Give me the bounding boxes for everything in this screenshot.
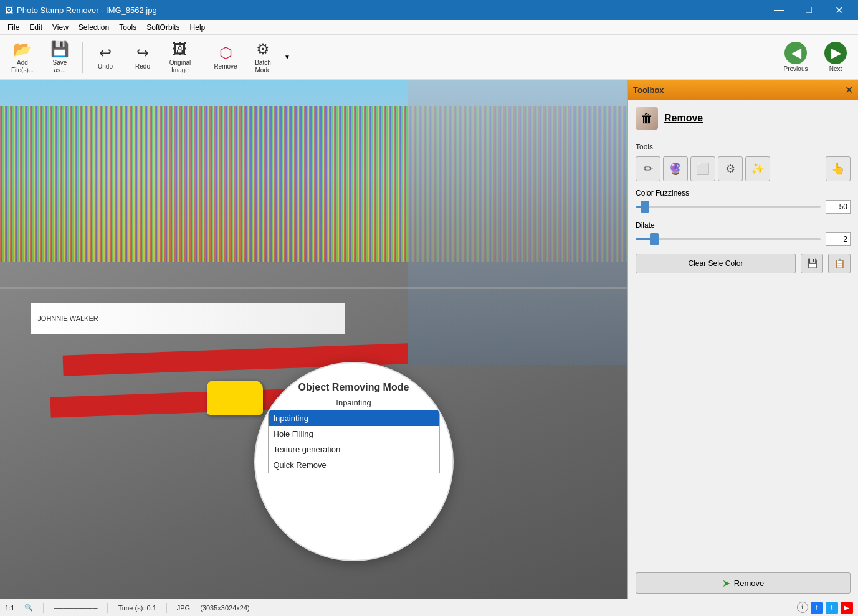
status-separator-3: [166, 603, 167, 613]
close-button[interactable]: ✕: [824, 0, 853, 20]
next-nav[interactable]: ▶ Next: [818, 42, 853, 72]
next-icon: ▶: [824, 42, 847, 64]
menu-file[interactable]: File: [2, 22, 24, 33]
remove-section-icon: 🗑: [636, 107, 658, 130]
dropdown-item-hole-filling[interactable]: Hole Filling: [269, 426, 439, 442]
rect-select-tool-button[interactable]: ⬜: [690, 156, 715, 181]
dilate-thumb[interactable]: [650, 233, 659, 245]
redo-label: Redo: [135, 63, 150, 70]
batch-mode-button[interactable]: ⚙ BatchMode: [245, 39, 280, 76]
color-fuzziness-track[interactable]: [636, 206, 821, 208]
menu-help[interactable]: Help: [185, 22, 211, 33]
facebook-icon[interactable]: f: [811, 602, 823, 614]
menu-selection[interactable]: Selection: [74, 22, 114, 33]
previous-icon: ◀: [784, 42, 807, 64]
color-fuzziness-row: Color Fuzziness 50: [636, 189, 851, 214]
info-icon[interactable]: ℹ: [797, 602, 808, 613]
redo-button[interactable]: ↪ Redo: [125, 39, 160, 76]
menu-tools[interactable]: Tools: [114, 22, 141, 33]
menu-softorbits[interactable]: SoftOrbits: [141, 22, 184, 33]
menu-edit[interactable]: Edit: [24, 22, 47, 33]
remove-section-header: 🗑 Remove: [636, 107, 851, 135]
file-format: JPG: [177, 604, 190, 612]
clear-sel-color-button[interactable]: Clear Sele Color: [636, 254, 796, 273]
zoom-circle-content: Object Removing Mode Inpainting Inpainti…: [255, 363, 452, 560]
titlebar-controls: — □ ✕: [765, 0, 853, 20]
status-separator-4: [260, 603, 260, 613]
dilate-track[interactable]: [636, 238, 821, 240]
copy-icon-button[interactable]: 📋: [828, 254, 851, 273]
main-area: JOHNNIE WALKER Object Removing Mode Inpa…: [0, 80, 858, 599]
magic-wand-tool-button[interactable]: 🔮: [663, 156, 688, 181]
remove-icon: ⬡: [219, 44, 232, 62]
save-icon-button[interactable]: 💾: [801, 254, 823, 273]
canvas-area[interactable]: JOHNNIE WALKER Object Removing Mode Inpa…: [0, 80, 627, 599]
object-removing-mode-title: Object Removing Mode: [268, 382, 440, 393]
menu-bar: File Edit View Selection Tools SoftOrbit…: [0, 20, 858, 35]
save-as-label: Saveas...: [53, 59, 67, 74]
remove-main-row: ➤ Remove: [628, 567, 858, 599]
youtube-icon[interactable]: ▶: [841, 602, 853, 614]
branding-banner: JOHNNIE WALKER: [31, 303, 345, 334]
color-fuzziness-label: Color Fuzziness: [636, 189, 851, 197]
toolbar-dropdown-arrow[interactable]: ▼: [284, 54, 290, 60]
remove-button[interactable]: ⬡ Remove: [208, 39, 243, 76]
titlebar-left: 🖼 Photo Stamp Remover - IMG_8562.jpg: [5, 6, 157, 15]
dilate-value[interactable]: 2: [826, 232, 851, 246]
add-files-button[interactable]: 📂 AddFile(s)...: [5, 39, 40, 76]
minimize-button[interactable]: —: [765, 0, 793, 20]
dropdown-item-inpainting[interactable]: Inpainting: [269, 410, 439, 426]
toolbox-close-button[interactable]: ✕: [845, 84, 853, 96]
remove-arrow-icon: ➤: [722, 577, 730, 589]
dilate-row: Dilate 2: [636, 221, 851, 246]
tools-row: ✏ 🔮 ⬜ ⚙ ✨ 👆: [636, 156, 851, 181]
toolbox-panel: Toolbox ✕ 🗑 Remove Tools ✏ 🔮 ⬜ ⚙ ✨ 👆 Col…: [627, 80, 858, 599]
dilate-label: Dilate: [636, 221, 851, 230]
grandstand-right: [408, 80, 627, 365]
original-image-button[interactable]: 🖼 OriginalImage: [163, 39, 198, 76]
time-label: Time (s): 0.1: [118, 604, 156, 612]
remove-section-title: Remove: [664, 113, 703, 124]
zoom-slider[interactable]: ─────────: [54, 604, 97, 612]
status-separator-2: [107, 603, 108, 613]
star-wand-tool-button[interactable]: ✨: [745, 156, 770, 181]
batch-mode-icon: ⚙: [256, 40, 270, 58]
maximize-button[interactable]: □: [794, 0, 823, 20]
dilate-slider-container: 2: [636, 232, 851, 246]
original-image-label: OriginalImage: [169, 59, 191, 74]
dropdown-overlay: Object Removing Mode Inpainting Inpainti…: [254, 362, 454, 561]
menu-view[interactable]: View: [47, 22, 74, 33]
previous-nav[interactable]: ◀ Previous: [778, 42, 813, 72]
remove-main-button[interactable]: ➤ Remove: [636, 572, 851, 594]
toolbox-header: Toolbox ✕: [628, 80, 858, 100]
zoom-ratio: 1:1: [5, 604, 14, 612]
dropdown-item-texture-generation[interactable]: Texture generation: [269, 442, 439, 457]
barrier-line: [0, 287, 627, 289]
stamp-tool-button[interactable]: 👆: [826, 156, 851, 181]
color-fuzziness-value[interactable]: 50: [826, 200, 851, 214]
twitter-icon[interactable]: t: [826, 602, 838, 614]
status-separator-1: [43, 603, 44, 613]
tools-section-label: Tools: [636, 143, 851, 151]
app-title: Photo Stamp Remover - IMG_8562.jpg: [17, 6, 157, 15]
social-icons-area: ℹ f t ▶: [797, 602, 853, 614]
lasso-tool-button[interactable]: ⚙: [718, 156, 743, 181]
color-fuzziness-slider-container: 50: [636, 200, 851, 214]
next-label: Next: [829, 65, 842, 72]
remove-main-label: Remove: [734, 579, 764, 588]
toolbar-separator-1: [82, 42, 83, 73]
previous-label: Previous: [784, 65, 808, 72]
navigation-area: ◀ Previous ▶ Next: [778, 42, 853, 72]
undo-label: Undo: [98, 63, 113, 70]
color-fuzziness-thumb[interactable]: [641, 201, 649, 213]
pencil-tool-button[interactable]: ✏: [636, 156, 660, 181]
save-as-button[interactable]: 💾 Saveas...: [42, 39, 77, 76]
dropdown-zoom-circle: Object Removing Mode Inpainting Inpainti…: [254, 362, 454, 561]
save-as-icon: 💾: [50, 40, 69, 58]
app-icon: 🖼: [5, 6, 13, 15]
redo-icon: ↪: [136, 44, 149, 62]
remove-label: Remove: [214, 63, 237, 70]
undo-button[interactable]: ↩ Undo: [88, 39, 123, 76]
dropdown-list: Inpainting Hole Filling Texture generati…: [268, 410, 440, 473]
dropdown-item-quick-remove[interactable]: Quick Remove: [269, 457, 439, 473]
